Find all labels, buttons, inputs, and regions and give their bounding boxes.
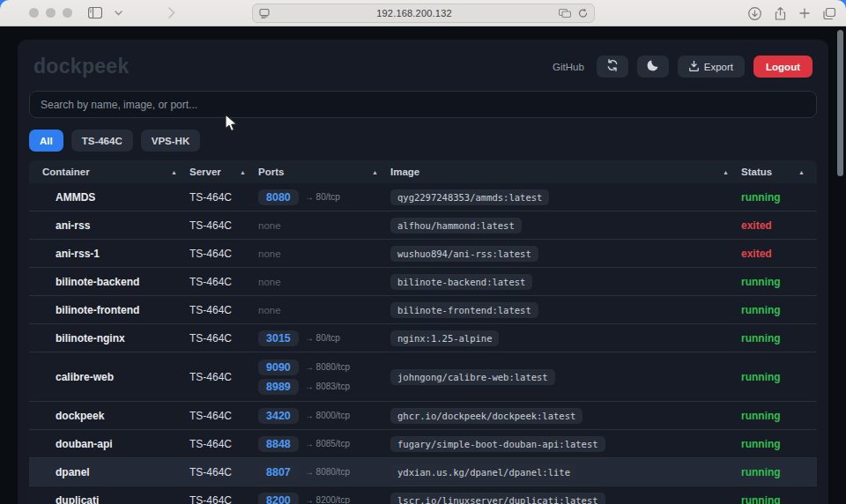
table-body: AMMDSTS-464C8080→ 80/tcpqyg2297248353/am…: [29, 183, 817, 504]
table-row[interactable]: bilinote-frontendTS-464Cnonebilinote-fro…: [29, 296, 817, 324]
image-name: bilinote-frontend:latest: [390, 302, 538, 318]
host-port-link[interactable]: 9090: [258, 359, 299, 375]
tab-overview-icon[interactable]: [823, 8, 835, 19]
sidebar-toggle-icon[interactable]: [88, 7, 102, 19]
filter-tab-all[interactable]: All: [29, 130, 63, 152]
export-button[interactable]: Export: [678, 56, 745, 78]
server-name: TS-464C: [189, 466, 258, 478]
server-name: TS-464C: [189, 438, 258, 450]
tab-group-icon[interactable]: [559, 9, 571, 18]
server-cell: TS-464C: [189, 304, 258, 316]
column-header-ports[interactable]: Ports▲: [258, 167, 390, 177]
server-name: TS-464C: [189, 371, 258, 383]
close-window-button[interactable]: [29, 8, 39, 18]
back-button[interactable]: [142, 7, 149, 19]
status-badge: running: [741, 371, 817, 383]
status-badge: running: [741, 410, 817, 422]
table-row[interactable]: dpanelTS-464C8807→ 8080/tcpydxian.us.kg/…: [29, 458, 817, 486]
filter-tab-ts-464c[interactable]: TS-464C: [71, 130, 133, 152]
container-port-label: → 8200/tcp: [305, 495, 350, 504]
image-cell: qyg2297248353/ammds:latest: [390, 189, 741, 205]
status-badge: running: [741, 466, 817, 478]
minimize-window-button[interactable]: [46, 8, 56, 18]
server-cell: TS-464C: [189, 466, 258, 478]
refresh-button[interactable]: [597, 56, 628, 78]
filter-tab-vps-hk[interactable]: VPS-HK: [141, 130, 200, 152]
table-row[interactable]: douban-apiTS-464C8848→ 8085/tcpfugary/si…: [29, 430, 817, 458]
image-cell: fugary/simple-boot-douban-api:latest: [390, 436, 741, 452]
share-icon[interactable]: [775, 7, 786, 20]
column-header-container[interactable]: Container▲: [29, 167, 189, 177]
page-scrollbar-thumb[interactable]: [837, 30, 843, 176]
container-name: AMMDS: [42, 191, 189, 204]
image-name: ydxian.us.kg/dpanel/dpanel:lite: [390, 464, 577, 480]
table-header: Container▲ Server▲ Ports▲ Image▲ Status▲: [29, 160, 817, 183]
container-name: dockpeek: [42, 410, 189, 422]
ports-cell: 8848→ 8085/tcp: [258, 434, 390, 454]
container-cell: ani-rss-1: [29, 248, 189, 260]
downloads-icon[interactable]: [748, 7, 761, 20]
new-tab-icon[interactable]: [799, 8, 810, 19]
container-port-label: → 8085/tcp: [305, 439, 350, 448]
table-row[interactable]: ani-rss-1TS-464Cnonewushuo894/ani-rss:la…: [29, 240, 817, 268]
container-name: douban-api: [42, 438, 189, 450]
container-name: duplicati: [42, 494, 189, 504]
ports-cell: none: [258, 248, 390, 259]
ports-cell: 8807→ 8080/tcp: [258, 463, 390, 482]
logout-button[interactable]: Logout: [753, 56, 813, 78]
host-port-link[interactable]: 8848: [258, 436, 299, 452]
host-port-link[interactable]: 3015: [258, 330, 299, 346]
sidebar-chevron-icon[interactable]: [115, 11, 122, 16]
browser-window: 192.168.200.132: [0, 0, 846, 504]
table-row[interactable]: bilinote-backendTS-464Cnonebilinote-back…: [29, 268, 817, 296]
server-cell: TS-464C: [189, 248, 258, 260]
host-port-link[interactable]: 8200: [258, 493, 299, 504]
table-row[interactable]: AMMDSTS-464C8080→ 80/tcpqyg2297248353/am…: [29, 183, 817, 211]
table-row[interactable]: calibre-webTS-464C9090→ 8080/tcp8989→ 80…: [29, 352, 817, 402]
ports-cell: 8080→ 80/tcp: [258, 188, 390, 207]
page-settings-icon[interactable]: [259, 9, 270, 19]
host-port-link[interactable]: 8807: [258, 464, 299, 480]
image-cell: ydxian.us.kg/dpanel/dpanel:lite: [390, 464, 741, 480]
host-port-link[interactable]: 3420: [258, 408, 299, 424]
address-bar[interactable]: 192.168.200.132: [252, 4, 595, 23]
export-label: Export: [704, 62, 733, 72]
table-row[interactable]: dockpeekTS-464C3420→ 8000/tcpghcr.io/doc…: [29, 402, 817, 430]
no-ports-label: none: [258, 248, 390, 259]
column-header-status[interactable]: Status▲: [741, 167, 817, 177]
status-badge: running: [741, 332, 817, 345]
refresh-icon: [606, 59, 619, 74]
reload-icon[interactable]: [578, 8, 588, 19]
zoom-window-button[interactable]: [63, 8, 72, 18]
container-cell: dpanel: [29, 466, 189, 478]
ports-cell: 3420→ 8000/tcp: [258, 406, 390, 426]
server-filter-tabs: All TS-464C VPS-HK: [29, 130, 817, 152]
url-text: 192.168.200.132: [270, 8, 559, 19]
table-row[interactable]: bilinote-nginxTS-464C3015→ 80/tcpnginx:1…: [29, 324, 817, 352]
host-port-link[interactable]: 8989: [258, 379, 299, 395]
table-row[interactable]: duplicatiTS-464C8200→ 8200/tcplscr.io/li…: [29, 486, 817, 504]
server-name: TS-464C: [189, 248, 258, 260]
container-port-label: → 8080/tcp: [305, 362, 350, 372]
container-name: ani-rss-1: [42, 248, 189, 260]
window-controls: [29, 8, 72, 18]
moon-icon: [647, 59, 659, 74]
container-cell: bilinote-backend: [29, 276, 189, 288]
status-cell: exited: [741, 219, 817, 232]
table-row[interactable]: ani-rssTS-464Cnonealfhou/hammond:lateste…: [29, 211, 817, 240]
server-cell: TS-464C: [189, 371, 258, 383]
image-name: bilinote-backend:latest: [390, 274, 532, 290]
sort-asc-icon: ▲: [723, 169, 729, 175]
github-link[interactable]: GitHub: [553, 62, 584, 72]
container-cell: ani-rss: [29, 219, 189, 232]
container-port-label: → 80/tcp: [305, 192, 340, 202]
search-input[interactable]: [29, 91, 817, 118]
image-cell: johngong/calibre-web:latest: [390, 369, 741, 385]
no-ports-label: none: [258, 277, 390, 287]
column-header-server[interactable]: Server▲: [189, 167, 258, 177]
host-port-link[interactable]: 8080: [258, 189, 299, 205]
forward-button[interactable]: [168, 7, 175, 19]
server-name: TS-464C: [189, 410, 258, 422]
column-header-image[interactable]: Image▲: [390, 167, 741, 177]
theme-toggle-button[interactable]: [637, 56, 669, 78]
